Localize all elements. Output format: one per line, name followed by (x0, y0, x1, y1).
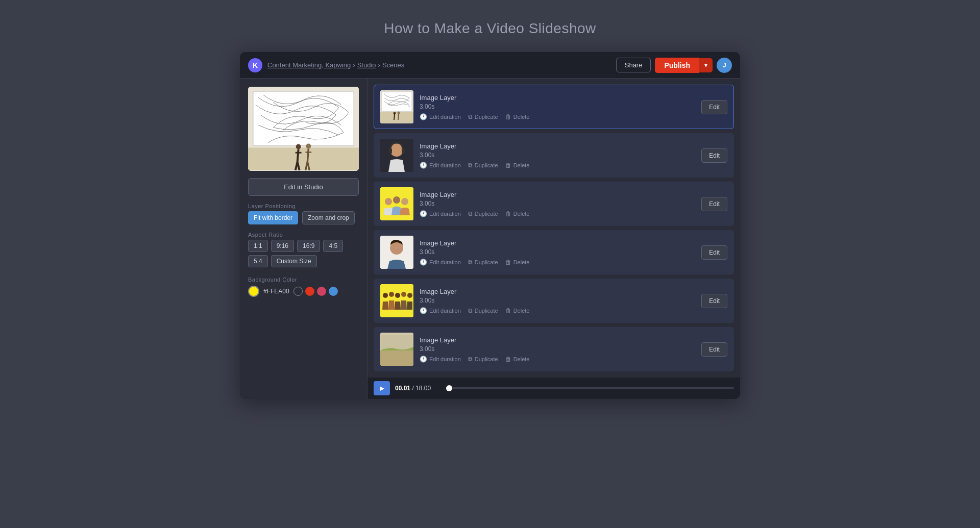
edit-duration-btn-1[interactable]: 🕐 Edit duration (420, 113, 461, 120)
thumb-art-6 (380, 333, 413, 366)
breadcrumb-studio[interactable]: Studio (357, 61, 376, 69)
positioning-buttons: Fit with border Zoom and crop (248, 211, 359, 224)
scene-layer-label-3: Image Layer (420, 191, 695, 198)
delete-btn-4[interactable]: 🗑 Delete (505, 259, 530, 266)
trash-icon-5: 🗑 (505, 307, 511, 314)
svg-point-24 (389, 292, 394, 297)
play-button[interactable]: ▶ (374, 381, 390, 395)
share-button[interactable]: Share (616, 58, 651, 72)
thumb-art-2 (380, 139, 413, 172)
duplicate-icon-1: ⧉ (468, 113, 473, 120)
edit-duration-btn-4[interactable]: 🕐 Edit duration (420, 259, 461, 266)
swatch-dark[interactable] (293, 287, 303, 296)
scene-thumb-4 (380, 236, 413, 269)
duplicate-btn-3[interactable]: ⧉ Duplicate (468, 210, 498, 217)
duplicate-btn-4[interactable]: ⧉ Duplicate (468, 259, 498, 266)
aspect-ratio-options: 1:1 9:16 16:9 4:5 5:4 Custom Size (248, 240, 359, 267)
app-container: K Content Marketing, Kapwing › Studio › … (240, 52, 740, 399)
fit-with-border-button[interactable]: Fit with border (248, 211, 298, 224)
svg-rect-15 (402, 148, 405, 154)
time-separator: / 18.00 (412, 385, 431, 392)
scene-edit-button-1[interactable]: Edit (701, 100, 727, 114)
delete-btn-5[interactable]: 🗑 Delete (505, 307, 530, 314)
trash-icon-3: 🗑 (505, 210, 511, 217)
scene-item-2: Image Layer 3.00s 🕐 Edit duration ⧉ Dupl… (374, 133, 734, 178)
svg-rect-6 (380, 112, 413, 123)
scene-info-1: Image Layer 3.00s 🕐 Edit duration ⧉ Dupl… (420, 94, 695, 120)
duplicate-btn-2[interactable]: ⧉ Duplicate (468, 162, 498, 169)
publish-button[interactable]: Publish (655, 58, 699, 73)
aspect-9-16[interactable]: 9:16 (271, 240, 294, 252)
scene-layer-label-1: Image Layer (420, 94, 695, 102)
svg-point-17 (385, 198, 392, 205)
active-color-swatch[interactable] (248, 286, 259, 297)
duplicate-icon-2: ⧉ (468, 162, 473, 169)
scene-edit-button-4[interactable]: Edit (701, 245, 727, 260)
scene-actions-5: 🕐 Edit duration ⧉ Duplicate 🗑 Delete (420, 307, 695, 314)
scene-thumb-1 (380, 90, 413, 123)
time-display: 00.01 / 18.00 (395, 385, 441, 392)
duplicate-btn-6[interactable]: ⧉ Duplicate (468, 356, 498, 363)
scene-thumb-6 (380, 333, 413, 366)
aspect-1-1[interactable]: 1:1 (248, 240, 268, 252)
app-header: K Content Marketing, Kapwing › Studio › … (240, 52, 740, 79)
scene-thumb-5 (380, 284, 413, 317)
scene-info-5: Image Layer 3.00s 🕐 Edit duration ⧉ Dupl… (420, 288, 695, 314)
aspect-16-9[interactable]: 16:9 (297, 240, 320, 252)
scene-duration-4: 3.00s (420, 248, 695, 256)
edit-duration-btn-2[interactable]: 🕐 Edit duration (420, 162, 461, 169)
progress-thumb[interactable] (446, 385, 452, 391)
scene-actions-1: 🕐 Edit duration ⧉ Duplicate 🗑 Delete (420, 113, 695, 120)
swatch-blue[interactable] (329, 287, 338, 296)
publish-dropdown-button[interactable]: ▾ (699, 58, 713, 72)
duplicate-btn-5[interactable]: ⧉ Duplicate (468, 307, 498, 314)
duplicate-btn-1[interactable]: ⧉ Duplicate (468, 113, 498, 120)
scene-layer-label-4: Image Layer (420, 239, 695, 247)
app-body: Edit in Studio Layer Positioning Fit wit… (240, 79, 740, 399)
delete-btn-6[interactable]: 🗑 Delete (505, 356, 530, 363)
play-bar: ▶ 00.01 / 18.00 (368, 378, 740, 399)
color-hex-value: #FFEA00 (263, 288, 289, 295)
zoom-and-crop-button[interactable]: Zoom and crop (302, 211, 355, 224)
aspect-5-4[interactable]: 5:4 (248, 255, 268, 267)
breadcrumb-content-marketing[interactable]: Content Marketing, Kapwing (267, 61, 351, 69)
color-swatches (293, 287, 338, 296)
duplicate-icon-3: ⧉ (468, 210, 473, 217)
clock-icon-5: 🕐 (420, 307, 427, 314)
scene-edit-button-3[interactable]: Edit (701, 197, 727, 211)
swatch-pink[interactable] (317, 287, 326, 296)
scene-actions-2: 🕐 Edit duration ⧉ Duplicate 🗑 Delete (420, 162, 695, 169)
scene-layer-label-5: Image Layer (420, 288, 695, 295)
clock-icon-6: 🕐 (420, 356, 427, 363)
clock-icon-3: 🕐 (420, 210, 427, 217)
edit-duration-btn-6[interactable]: 🕐 Edit duration (420, 356, 461, 363)
thumb-art-3 (380, 187, 413, 220)
scene-layer-label-6: Image Layer (420, 336, 695, 344)
svg-point-26 (401, 292, 406, 297)
scene-edit-button-5[interactable]: Edit (701, 294, 727, 308)
scene-layer-label-2: Image Layer (420, 142, 695, 150)
delete-btn-3[interactable]: 🗑 Delete (505, 210, 530, 217)
clock-icon-1: 🕐 (420, 113, 427, 120)
swatch-red[interactable] (305, 287, 314, 296)
scene-info-2: Image Layer 3.00s 🕐 Edit duration ⧉ Dupl… (420, 142, 695, 169)
svg-rect-1 (248, 147, 359, 170)
delete-btn-1[interactable]: 🗑 Delete (505, 113, 530, 120)
scene-edit-button-2[interactable]: Edit (701, 148, 727, 163)
scene-edit-button-6[interactable]: Edit (701, 342, 727, 357)
edit-duration-btn-3[interactable]: 🕐 Edit duration (420, 210, 461, 217)
edit-duration-btn-5[interactable]: 🕐 Edit duration (420, 307, 461, 314)
aspect-4-5[interactable]: 4:5 (323, 240, 343, 252)
clock-icon-2: 🕐 (420, 162, 427, 169)
delete-btn-2[interactable]: 🗑 Delete (505, 162, 530, 169)
progress-bar[interactable] (446, 387, 734, 389)
preview-image (248, 87, 359, 171)
duplicate-icon-5: ⧉ (468, 307, 473, 314)
edit-in-studio-button[interactable]: Edit in Studio (248, 178, 359, 196)
svg-rect-16 (380, 187, 413, 220)
user-avatar[interactable]: J (717, 58, 732, 73)
scene-duration-2: 3.00s (420, 152, 695, 159)
custom-size-button[interactable]: Custom Size (271, 255, 317, 267)
thumb-art-1 (380, 90, 413, 123)
svg-rect-22 (380, 284, 413, 317)
